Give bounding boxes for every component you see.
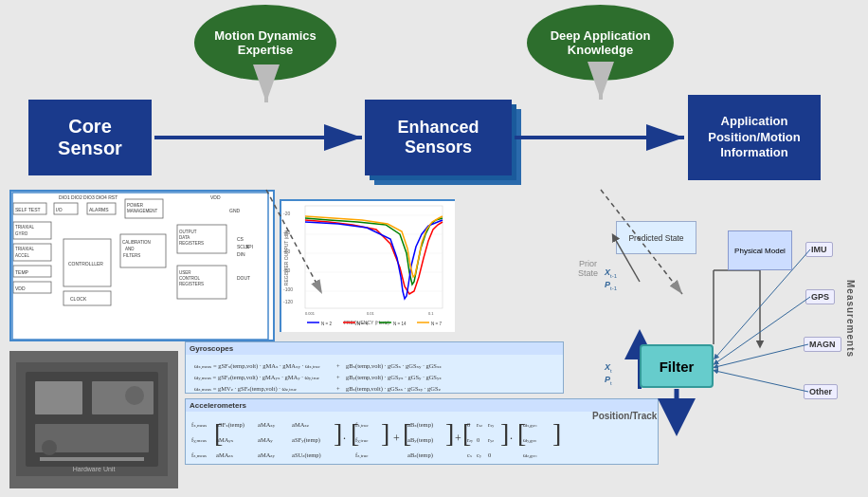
svg-text:CLOCK: CLOCK <box>70 296 87 302</box>
filter-label: Filter <box>660 359 695 375</box>
svg-text:ωz,meas = gMVz · gSFz(temp,vol: ωz,meas = gMVz · gSFz(temp,volt) · ωz,tr… <box>194 385 298 393</box>
svg-text:·: · <box>343 432 346 445</box>
svg-point-129 <box>42 440 57 455</box>
svg-line-146 <box>715 297 810 363</box>
svg-text:I/O: I/O <box>56 207 63 212</box>
svg-text:t: t <box>610 368 612 374</box>
svg-text:OUTPUT: OUTPUT <box>179 230 197 234</box>
svg-text:gBz(temp,volt) · gGSzx · gGSzy: gBz(temp,volt) · gGSzx · gGSzy · gGSz <box>346 385 442 393</box>
svg-text:+: + <box>393 432 400 445</box>
svg-text:TEMP: TEMP <box>15 269 29 275</box>
svg-text:N = 4: N = 4 <box>357 322 368 326</box>
svg-text:0: 0 <box>467 421 470 428</box>
app-info-box: Application Position/Motion Information <box>688 95 821 180</box>
svg-text:CONTROLLLER: CONTROLLLER <box>68 261 103 267</box>
svg-text:0.01: 0.01 <box>367 311 375 316</box>
svg-text:CS: CS <box>237 236 244 242</box>
svg-text:VDD: VDD <box>15 285 26 291</box>
physical-model-label: Physical Model <box>734 247 786 255</box>
svg-text:rzy: rzy <box>467 436 473 443</box>
svg-text:aMAy: aMAy <box>258 436 273 443</box>
svg-text:fz,meas: fz,meas <box>191 451 207 459</box>
enhanced-sensors-box: Enhanced Sensors <box>365 100 512 175</box>
svg-text:REGISTER OUTPUT (dB): REGISTER OUTPUT (dB) <box>283 230 289 286</box>
svg-text:ALARMS: ALARMS <box>89 207 109 212</box>
gyroscopes-formula: ωx,meas = gSFx(temp,volt) · gMAx · gMAxy… <box>186 355 563 398</box>
photo-svg: Hardware Unit <box>11 353 176 487</box>
svg-text:ωy,meas = gSFy(temp,volt) · gM: ωy,meas = gSFy(temp,volt) · gMAyx · gMAy… <box>194 374 320 381</box>
svg-text:aBx(temp): aBx(temp) <box>407 421 433 429</box>
chart-svg: -20 -40 -60 -80 -100 -120 REGISTER OUTPU… <box>281 201 455 332</box>
sensor-diagram: DIO1 DIO2 DIO3 DIO4 RST VDD SELF TEST I/… <box>9 190 275 341</box>
svg-text:fz,true: fz,true <box>355 451 369 459</box>
sensor-diagram-svg: DIO1 DIO2 DIO3 DIO4 RST VDD SELF TEST I/… <box>11 192 275 341</box>
svg-text:CALIBRATION: CALIBRATION <box>122 240 151 245</box>
svg-text:ωx,gyro: ωx,gyro <box>523 421 537 429</box>
svg-text:VDD: VDD <box>210 194 221 200</box>
svg-rect-126 <box>35 381 82 414</box>
svg-text:DOUT: DOUT <box>237 275 250 281</box>
deep-application-ellipse: Deep Application Knowledge <box>527 5 674 81</box>
svg-text:aMAyx: aMAyx <box>216 436 234 443</box>
svg-text:N = 2: N = 2 <box>321 322 332 326</box>
svg-text:+: + <box>455 432 461 445</box>
svg-text:ryz: ryz <box>488 436 494 443</box>
svg-text:aBz(temp): aBz(temp) <box>407 451 433 459</box>
svg-rect-131 <box>40 457 144 461</box>
svg-text:aSFy(temp): aSFy(temp) <box>292 436 320 444</box>
svg-text:FILTERS: FILTERS <box>123 253 140 258</box>
svg-text:TRIAXIAL: TRIAXIAL <box>15 247 35 251</box>
svg-text:]: ] <box>552 418 561 448</box>
svg-text:+: + <box>336 362 340 369</box>
svg-rect-127 <box>92 381 154 414</box>
svg-text:ωy,gyro: ωy,gyro <box>523 436 536 444</box>
diagram-container: Motion Dynamics Expertise Deep Applicati… <box>0 0 868 497</box>
svg-text:N = 7: N = 7 <box>431 322 442 326</box>
svg-text:ωx,meas = gSFx(temp,volt) · gM: ωx,meas = gSFx(temp,volt) · gMAx · gMAxy… <box>194 362 320 370</box>
svg-text:+: + <box>336 374 340 380</box>
svg-text:gBx(temp,volt) · gGSx · gGSxy : gBx(temp,volt) · gGSx · gGSxy · gGSxz <box>346 362 442 370</box>
svg-text:Hardware Unit: Hardware Unit <box>73 466 116 472</box>
svg-text:·: · <box>510 432 513 445</box>
svg-text:]: ] <box>334 418 342 448</box>
svg-text:aMAzy: aMAzy <box>258 451 276 458</box>
svg-text:REGISTERS: REGISTERS <box>179 282 204 286</box>
filter-area: Physical Model Filter Predicted State Pr… <box>588 204 862 479</box>
svg-text:aMAxy: aMAxy <box>258 421 276 428</box>
svg-text:SELF TEST: SELF TEST <box>15 207 41 212</box>
svg-text:DATA: DATA <box>179 235 190 240</box>
svg-text:]: ] <box>500 418 509 448</box>
deep-application-label: Deep Application Knowledge <box>551 28 651 57</box>
svg-text:+: + <box>336 385 340 392</box>
svg-text:0.1: 0.1 <box>428 311 434 316</box>
svg-text:N = 14: N = 14 <box>393 322 407 326</box>
svg-text:aSUz(temp): aSUz(temp) <box>292 451 321 459</box>
svg-text:CONTROL: CONTROL <box>179 276 200 281</box>
physical-model-box: Physical Model <box>728 230 792 270</box>
svg-text:0: 0 <box>477 436 479 443</box>
svg-text:0.001: 0.001 <box>305 311 316 316</box>
svg-text:-100: -100 <box>283 286 293 292</box>
svg-text:rxy: rxy <box>488 421 494 428</box>
motion-dynamics-label: Motion Dynamics Expertise <box>214 28 316 57</box>
app-info-label: Application Position/Motion Information <box>708 114 800 162</box>
photo-content: Hardware Unit <box>11 353 176 487</box>
filter-arrows-svg: X t-1 P t-1 X t P t <box>588 204 862 479</box>
svg-text:GND: GND <box>229 208 241 213</box>
svg-text:SPI: SPI <box>245 244 253 249</box>
formula-gyroscopes: Gyroscopes ωx,meas = gSFx(temp,volt) · g… <box>185 341 564 394</box>
svg-text:fy,meas: fy,meas <box>191 436 207 444</box>
svg-text:t-1: t-1 <box>610 285 618 291</box>
svg-text:aBy(temp): aBy(temp) <box>407 436 433 444</box>
filter-box: Filter <box>640 344 714 388</box>
svg-text:POWER: POWER <box>127 203 144 208</box>
motion-dynamics-ellipse: Motion Dynamics Expertise <box>194 5 336 81</box>
svg-text:AND: AND <box>125 247 135 251</box>
svg-text:t-1: t-1 <box>610 273 618 279</box>
svg-text:]: ] <box>381 418 389 448</box>
svg-text:MANAGEMENT: MANAGEMENT <box>127 209 158 213</box>
svg-text:]: ] <box>445 418 454 448</box>
svg-text:fx,meas: fx,meas <box>191 421 207 429</box>
svg-line-148 <box>715 371 808 392</box>
svg-text:rxz: rxz <box>477 421 482 428</box>
